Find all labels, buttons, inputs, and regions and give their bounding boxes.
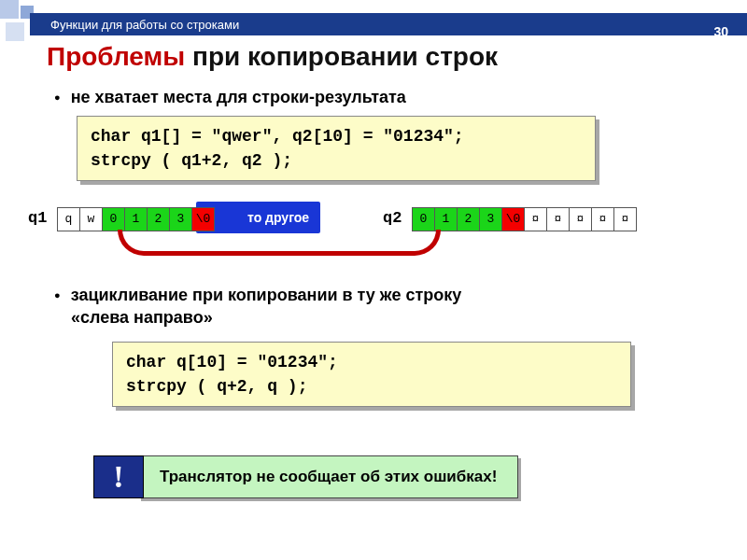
code-block-2: char q[10] = "01234"; strcpy ( q+2, q ); (112, 342, 631, 407)
copy-arc (118, 230, 441, 256)
q1-cell-5: 3 (169, 207, 192, 231)
code1-line2: strcpy ( q1+2, q2 ); (91, 148, 582, 173)
q2-cell-5: ¤ (524, 207, 547, 231)
q2-cell-9: ¤ (613, 207, 637, 231)
code-block-1: char q1[] = "qwer", q2[10] = "01234"; st… (77, 116, 596, 181)
q2-cell-6: ¤ (546, 207, 570, 231)
code2-line1: char q[10] = "01234"; (126, 350, 617, 374)
q1-cells: q w 0 1 2 3 \0 (58, 207, 215, 231)
q2-cell-0: 0 (412, 207, 435, 231)
q2-cell-3: 3 (479, 207, 502, 231)
q1-cell-1: w (79, 207, 103, 231)
warning-badge: ! (93, 455, 144, 498)
q2-cell-4: \0 (501, 207, 525, 231)
q1-cell-3: 1 (124, 207, 148, 231)
q1-cell-2: 0 (102, 207, 125, 231)
warning-text: Транслятор не сообщает об этих ошибках! (160, 468, 497, 486)
q2-cell-1: 1 (434, 207, 458, 231)
breadcrumb-text: Функции для работы со строками (50, 18, 239, 32)
q1-cell-0: q (57, 207, 80, 231)
warning-box: Транслятор не сообщает об этих ошибках! (138, 455, 518, 498)
page-number: 30 (713, 24, 728, 39)
q2-cell-2: 2 (457, 207, 480, 231)
q2-cell-8: ¤ (591, 207, 614, 231)
memory-diagram: q1 то другое q w 0 1 2 3 \0 q2 0 1 2 3 \… (28, 202, 719, 258)
q1-cell-6: \0 (191, 207, 215, 231)
page-title: Проблемы при копировании строк (47, 42, 498, 72)
q2-cell-7: ¤ (569, 207, 592, 231)
code2-line2: strcpy ( q+2, q ); (126, 374, 617, 399)
warning-row: ! Транслятор не сообщает об этих ошибках… (93, 455, 518, 498)
title-emphasis: Проблемы (47, 42, 185, 71)
bullet-loop: зацикливание при копировании в ту же стр… (54, 284, 461, 329)
q1-cell-4: 2 (147, 207, 170, 231)
bullet-overflow: не хватает места для строки-результата (54, 88, 406, 107)
q2-label: q2 (383, 209, 402, 227)
q1-label: q1 (28, 209, 47, 227)
q2-cells: 0 1 2 3 \0 ¤ ¤ ¤ ¤ ¤ (413, 207, 637, 231)
code1-line1: char q1[] = "qwer", q2[10] = "01234"; (91, 124, 582, 148)
breadcrumb: Функции для работы со строками 30 (30, 13, 747, 35)
title-rest: при копировании строк (185, 42, 498, 71)
